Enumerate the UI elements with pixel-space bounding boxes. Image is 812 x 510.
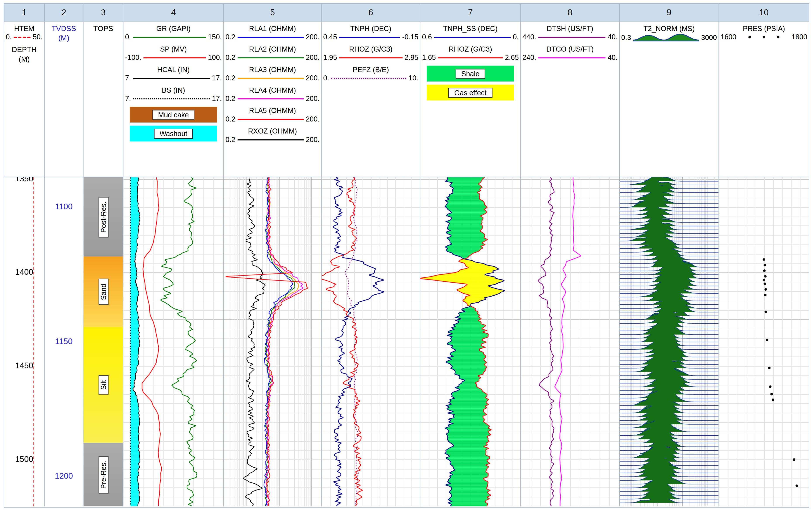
track-number-label: 10	[759, 8, 769, 17]
track-number-1[interactable]: 1	[4, 4, 44, 22]
curve-header-rhoz-g-c3[interactable]: RHOZ (G/C3)1.952.95	[322, 45, 420, 62]
scale-left-value: 7.	[125, 95, 131, 103]
pressure-dot	[777, 36, 780, 38]
track-plot-5[interactable]	[224, 177, 321, 506]
track-header-5: RLA1 (OHMM)0.2200.RLA2 (OHMM)0.2200.RLA3…	[224, 22, 321, 177]
track-number-5[interactable]: 5	[224, 4, 321, 22]
track-column-8: 8DTSH (US/FT)440.40.DTCO (US/FT)240.40.	[521, 4, 620, 507]
curve-name: PRES (PSIA)	[719, 25, 809, 33]
track-plot-1[interactable]	[4, 177, 44, 506]
curve-header-htem[interactable]: HTEM0.50.	[4, 25, 44, 41]
curve-scale: 0.2200.	[224, 136, 321, 144]
scale-right-value: 40.	[608, 33, 618, 41]
curve-header-hcal-in[interactable]: HCAL (IN)7.17.	[124, 66, 223, 82]
scale-left-value: 0.	[125, 33, 131, 41]
legend-mud-cake[interactable]: Mud cake	[130, 107, 217, 122]
curve-scale: 0.50.	[4, 33, 44, 41]
track-plot-7[interactable]	[420, 177, 520, 506]
track-number-7[interactable]: 7	[420, 4, 520, 22]
curve-name: TNPH (DEC)	[322, 25, 420, 33]
track-plot-9[interactable]	[620, 177, 718, 506]
curve-name: RLA1 (OHMM)	[224, 25, 321, 33]
t2-waveform-icon	[633, 33, 699, 42]
formation-label: Sand	[98, 279, 108, 305]
curve-name: BS (IN)	[124, 86, 223, 94]
curve-header-rla4-ohmm[interactable]: RLA4 (OHMM)0.2200.	[224, 86, 321, 103]
track-number-8[interactable]: 8	[521, 4, 619, 22]
curve-header-rla2-ohmm[interactable]: RLA2 (OHMM)0.2200.	[224, 45, 321, 62]
curve-name: SP (MV)	[124, 45, 223, 53]
scale-right-value: 200.	[306, 115, 320, 123]
formation-label: Pre-Res.	[98, 456, 108, 493]
track-plot-area-1	[4, 177, 44, 506]
well-log-viewer: 1HTEM0.50.DEPTH(M)2TVDSS(M)3TOPSPost-Res…	[0, 0, 812, 510]
curve-line-sample	[538, 57, 606, 58]
track-number-4[interactable]: 4	[124, 4, 223, 22]
curve-line-sample	[538, 36, 606, 37]
curve-header-dtsh-us-ft[interactable]: DTSH (US/FT)440.40.	[521, 25, 619, 41]
track-number-9[interactable]: 9	[620, 4, 718, 22]
curve-header-sp-mv[interactable]: SP (MV)-100.100.	[124, 45, 223, 62]
track-number-10[interactable]: 10	[719, 4, 809, 22]
scale-left-value: 0.3	[621, 33, 631, 41]
curve-header-rla1-ohmm[interactable]: RLA1 (OHMM)0.2200.	[224, 25, 321, 41]
track-plot-10[interactable]	[719, 177, 809, 506]
curve-name: RHOZ (G/C3)	[322, 45, 420, 53]
track-number-label: 2	[62, 8, 66, 17]
curve-name: HCAL (IN)	[124, 66, 223, 74]
curve-header-dtco-us-ft[interactable]: DTCO (US/FT)240.40.	[521, 45, 619, 62]
curve-name: DTSH (US/FT)	[521, 25, 619, 33]
track-column-6: 6TNPH (DEC)0.45-0.15RHOZ (G/C3)1.952.95P…	[322, 4, 420, 507]
scale-left-value: 0.2	[225, 95, 235, 103]
track-number-3[interactable]: 3	[84, 4, 123, 22]
curve-scale: 240.40.	[521, 54, 619, 61]
track-plot-area-8	[521, 177, 619, 506]
curve-header-rla3-ohmm[interactable]: RLA3 (OHMM)0.2200.	[224, 66, 321, 82]
track-plot-6[interactable]	[322, 177, 420, 506]
curve-header-gr-gapi[interactable]: GR (GAPI)0.150.	[124, 25, 223, 41]
curve-name: T2_NORM (MS)	[620, 25, 718, 33]
legend-label: Washout	[154, 129, 193, 139]
curve-header-t2-norm-ms[interactable]: T2_NORM (MS)0.33000	[620, 25, 718, 41]
track-plot-area-10	[719, 177, 809, 506]
legend-gas-effect[interactable]: Gas effect	[427, 85, 514, 100]
formation-label: Silt	[98, 375, 108, 394]
scale-right-value: -0.15	[402, 33, 418, 41]
pressure-dot	[748, 36, 751, 38]
curve-line-sample	[237, 98, 304, 99]
track-number-label: 5	[270, 8, 275, 17]
curve-header-pefz-b-e[interactable]: PEFZ (B/E)0.10.	[322, 66, 420, 82]
formation-post-res: Post-Res.	[84, 177, 123, 257]
curve-header-bs-in[interactable]: BS (IN)7.17.	[124, 86, 223, 103]
curve-header-rla5-ohmm[interactable]: RLA5 (OHMM)0.2200.	[224, 107, 321, 123]
curve-header-tnph-dec[interactable]: TNPH (DEC)0.45-0.15	[322, 25, 420, 41]
curve-scale: 0.2200.	[224, 33, 321, 41]
curve-name: PEFZ (B/E)	[322, 66, 420, 74]
track-title: DEPTH	[4, 45, 44, 54]
curve-header-pres-psia[interactable]: PRES (PSIA)16001800	[719, 25, 809, 41]
track-plot-4[interactable]	[124, 177, 223, 506]
track-number-label: 8	[568, 8, 572, 17]
legend-shale[interactable]: Shale	[427, 66, 514, 82]
curve-name: RLA5 (OHMM)	[224, 107, 321, 115]
legend-label: Gas effect	[449, 88, 492, 98]
track-number-2[interactable]: 2	[45, 4, 83, 22]
curve-name: DTCO (US/FT)	[521, 45, 619, 53]
curve-scale: 0.2200.	[224, 115, 321, 123]
track-column-4: 4GR (GAPI)0.150.SP (MV)-100.100.HCAL (IN…	[124, 4, 224, 507]
track-header-7: TNPH_SS (DEC)0.60.RHOZ (G/C3)1.652.65Sha…	[420, 22, 520, 177]
track-plot-8[interactable]	[521, 177, 619, 506]
curve-name: GR (GAPI)	[124, 25, 223, 33]
curve-line-sample	[434, 36, 511, 37]
track-number-6[interactable]: 6	[322, 4, 420, 22]
track-plot-2[interactable]	[45, 177, 83, 506]
curve-header-tnph-ss-dec[interactable]: TNPH_SS (DEC)0.60.	[420, 25, 520, 41]
pressure-dots-icon	[736, 36, 791, 38]
curve-scale: 0.10.	[322, 74, 420, 82]
track-number-label: 9	[667, 8, 671, 17]
scale-left-value: 0.	[6, 33, 11, 41]
curve-header-rhoz-g-c3[interactable]: RHOZ (G/C3)1.652.65	[420, 45, 520, 62]
legend-washout[interactable]: Washout	[130, 125, 217, 141]
curve-header-rxoz-ohmm[interactable]: RXOZ (OHMM)0.2200.	[224, 127, 321, 144]
curve-line-sample	[339, 36, 400, 37]
